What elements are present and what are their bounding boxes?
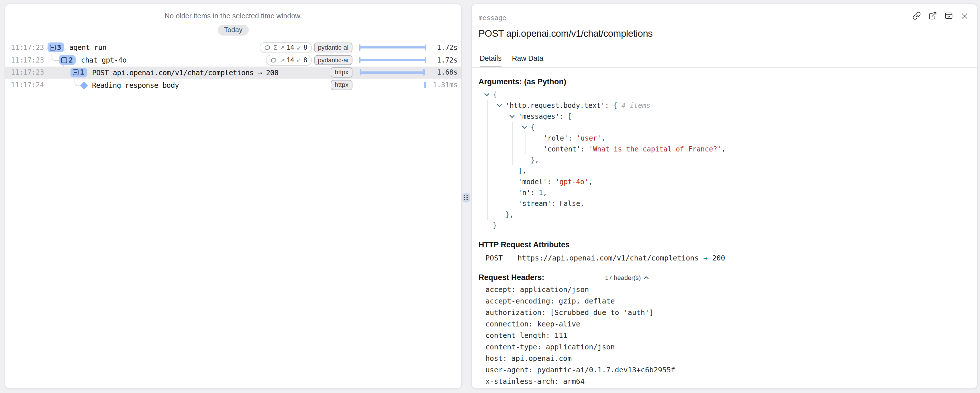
duration-bar-end-cap [423,69,425,76]
span-node: 2 chat gpt-4o [59,54,126,67]
arguments-tree-line: 'model': 'gpt-4o', [479,176,977,187]
panel-resize-handle[interactable] [462,193,470,202]
detail-tabs: Details Raw Data [480,54,543,68]
scope-tag[interactable]: httpx [331,67,352,77]
span-node: 3 agent run [47,41,107,54]
http-request-line: POST https://api.openai.com/v1/chat/comp… [485,254,977,262]
chevron-down-icon[interactable] [509,115,518,118]
child-count: 1 [80,69,84,77]
tab-details[interactable]: Details [480,54,501,68]
empty-window-notice: No older items in the selected time wind… [5,4,461,20]
arguments-tree-line: 'content': 'What is the capital of Franc… [479,144,977,154]
collapse-square-icon [73,70,78,75]
arguments-tree-line: }, [479,209,977,220]
close-icon[interactable] [961,12,969,20]
arguments-tree-line: 'role': 'user', [479,133,977,144]
trace-rows: 11:17:23 3 agent run Σ ↗14 ↙8 pydantic-a… [5,41,461,93]
arguments-heading: Arguments: (as Python) [479,77,977,86]
logfire-trace-view: No older items in the selected time wind… [0,0,980,393]
span-node: Reading response body [81,79,179,91]
header-key: authorization [485,308,542,317]
request-headers-heading: Request Headers: [479,273,544,282]
chevron-down-icon[interactable] [522,125,531,129]
http-method: POST [485,254,503,262]
row-timestamp: 11:17:24 [11,81,44,89]
token-coin-icon [270,57,277,63]
scope-tag[interactable]: pydantic-ai [314,55,352,65]
tokens-sent: 14 [287,56,294,63]
sent-arrow-icon: ↗ [280,57,285,63]
dock-bottom-icon[interactable] [945,11,953,20]
http-status: 200 [712,254,725,262]
trace-row[interactable]: 11:17:23 3 agent run Σ ↗14 ↙8 pydantic-a… [5,41,461,54]
duration-bar [359,69,426,76]
today-button[interactable]: Today [218,25,249,35]
open-in-new-icon[interactable] [928,11,937,20]
request-header-line: user-agent: pydantic-ai/0.1.7.dev13+c6b2… [485,364,977,376]
request-header-line: content-type: application/json [485,341,977,353]
http-url: https://api.openai.com/v1/chat/completio… [517,254,698,262]
span-collapse-badge[interactable]: 1 [70,68,87,77]
log-diamond-icon [80,81,88,89]
today-button-wrap: Today [5,24,461,35]
detail-header-actions [912,11,969,20]
token-usage-badge[interactable]: ↗14 ↙8 [266,54,312,66]
token-usage-badge[interactable]: Σ ↗14 ↙8 [259,42,312,53]
header-key: content-length [485,331,546,340]
span-name: POST api.openai.com/v1/chat/completions … [92,68,278,77]
scope-tag[interactable]: httpx [331,80,352,90]
header-value: : arm64 [554,377,585,385]
header-value: : pydantic-ai/0.1.7.dev13+c6b2955f [529,366,675,374]
arguments-tree-line: } [479,220,977,231]
chevron-down-icon[interactable] [497,104,506,107]
duration-bar-start-cap [359,57,360,63]
duration-label: 1.72s [437,43,458,52]
request-header-line: host: api.openai.com [485,353,977,364]
header-value: : application/json [537,342,615,351]
sent-arrow-icon: ↗ [280,45,285,51]
header-value: : 111 [546,331,567,340]
span-kind-label: message [479,14,506,22]
span-collapse-badge[interactable]: 3 [47,43,64,53]
row-timestamp: 11:17:23 [11,43,44,52]
received-arrow-icon: ↙ [296,45,301,51]
header-key: x-stainless-arch [485,377,554,385]
header-value: : gzip, deflate [550,297,615,305]
trace-list-panel: No older items in the selected time wind… [5,3,462,389]
request-headers-list: accept: application/jsonaccept-encoding:… [485,284,977,387]
header-key: user-agent [485,366,529,374]
header-key: host [485,354,503,363]
indent-guide [487,100,487,220]
duration-bar-line [359,46,426,49]
request-header-line: content-length: 111 [485,330,977,341]
tokens-sent: 14 [287,44,294,51]
duration-bar [359,82,426,88]
collapse-square-icon [61,57,67,63]
trace-row[interactable]: 11:17:23 1 POST api.openai.com/v1/chat/c… [5,66,461,79]
duration-bar-end-cap [425,45,426,51]
token-coin-icon [264,45,271,51]
header-value: : [Scrubbed due to 'auth'] [542,308,654,317]
span-title: POST api.openai.com/v1/chat/completions [479,28,652,39]
duration-label: 1.68s [437,69,458,77]
header-key: content-type [485,342,537,351]
trace-row[interactable]: 11:17:23 2 chat gpt-4o ↗14 ↙8 pydantic-a… [5,54,461,67]
header-key: accept [485,285,511,294]
header-value: : application/json [511,285,589,294]
headers-count-label: 17 header(s) [605,274,641,281]
link-icon[interactable] [912,11,921,20]
headers-count-toggle[interactable]: 17 header(s) [602,273,652,281]
request-header-line: accept: application/json [485,284,977,296]
request-header-line: connection: keep-alive [485,318,977,330]
scope-tag[interactable]: pydantic-ai [314,42,352,53]
status-arrow-icon: → [703,254,708,262]
trace-row[interactable]: 11:17:24 Reading response body httpx 1.3… [5,79,461,91]
tab-raw-data[interactable]: Raw Data [512,54,543,68]
chevron-down-icon[interactable] [484,93,493,96]
span-node: 1 POST api.openai.com/v1/chat/completion… [70,66,278,79]
arguments-tree-line: { [479,121,977,133]
span-detail-panel: message POST api.openai.com/v1/chat/comp… [471,3,978,389]
span-collapse-badge[interactable]: 2 [59,55,76,65]
duration-bar-end-cap [424,82,426,88]
indent-guide [525,133,525,154]
